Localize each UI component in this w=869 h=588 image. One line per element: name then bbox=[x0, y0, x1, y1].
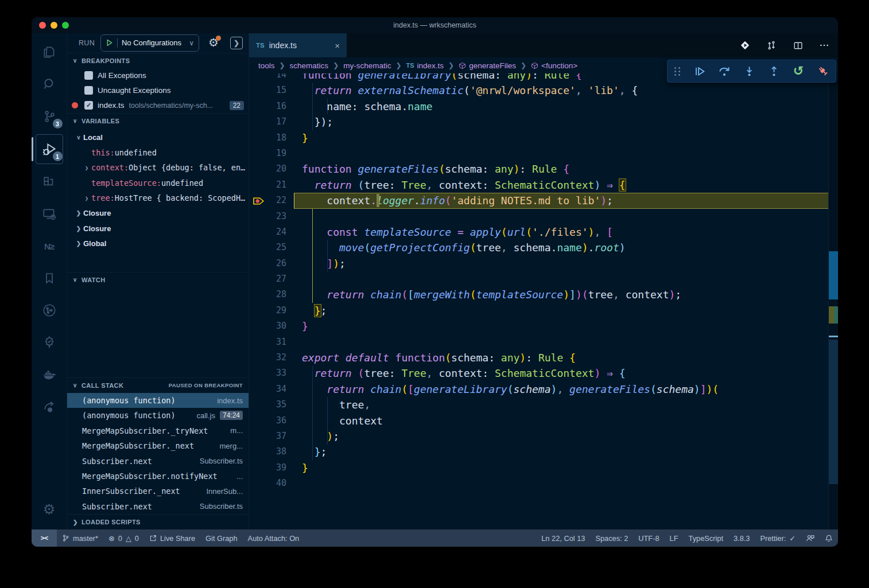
auto-attach-item[interactable]: Auto Attach: On bbox=[243, 529, 305, 547]
language-item[interactable]: TypeScript bbox=[684, 529, 728, 547]
line-number[interactable]: 38 bbox=[249, 444, 286, 460]
code-line[interactable]: 20function generateFiles(schema: any): R… bbox=[249, 161, 829, 177]
start-debug-icon[interactable] bbox=[106, 39, 113, 46]
run-config-dropdown[interactable]: No Configurations ∨ bbox=[100, 34, 199, 52]
callstack-frame[interactable]: InnerSubscriber._nextInnerSub... bbox=[67, 484, 249, 499]
line-number[interactable]: 24 bbox=[249, 224, 286, 240]
code-line[interactable]: 40 bbox=[249, 476, 829, 491]
line-number[interactable]: 25 bbox=[249, 240, 286, 255]
breadcrumb-item[interactable]: schematics bbox=[290, 61, 329, 70]
code-line[interactable]: 34 return chain([generateLibrary(schema)… bbox=[249, 381, 829, 397]
variables-header[interactable]: ∨ VARIABLES bbox=[67, 113, 249, 128]
breadcrumb-item[interactable]: TSindex.ts bbox=[406, 61, 444, 70]
todo-tree-icon[interactable] bbox=[36, 328, 63, 357]
line-number[interactable]: 27 bbox=[249, 271, 286, 287]
breakpoint-uncaught-exceptions[interactable]: Uncaught Exceptions bbox=[67, 83, 249, 98]
nx-console-icon[interactable]: N≥ bbox=[36, 232, 63, 260]
checkbox-unchecked[interactable] bbox=[84, 71, 93, 80]
live-share-item[interactable]: Live Share bbox=[144, 529, 200, 547]
callstack-frame[interactable]: Subscriber.nextSubscriber.ts bbox=[67, 453, 249, 468]
line-number[interactable]: 34 bbox=[249, 381, 286, 397]
line-number[interactable]: 19 bbox=[249, 146, 286, 161]
breakpoint-file-row[interactable]: ✓ index.ts tools/schematics/my-sch... 22 bbox=[67, 98, 249, 113]
cursor-position-item[interactable]: Ln 22, Col 13 bbox=[536, 529, 590, 547]
checkbox-checked[interactable]: ✓ bbox=[84, 101, 93, 110]
line-number[interactable]: 20 bbox=[249, 161, 286, 177]
scrollbar-slider[interactable] bbox=[829, 340, 838, 484]
code-line[interactable]: 35 tree, bbox=[249, 397, 829, 412]
tab-index-ts[interactable]: TS index.ts × bbox=[249, 33, 347, 57]
line-number[interactable]: 35 bbox=[249, 397, 286, 412]
variable-row[interactable]: this: undefined bbox=[67, 145, 249, 160]
variable-row[interactable]: templateSource: undefined bbox=[67, 175, 249, 190]
minimize-window-button[interactable] bbox=[51, 22, 57, 29]
callstack-frame[interactable]: Subscriber.nextSubscriber.ts bbox=[67, 499, 249, 514]
continue-icon[interactable] bbox=[694, 65, 705, 77]
code-line[interactable]: 25 move(getProjectConfig(tree, schema.na… bbox=[249, 240, 829, 255]
breakpoint-all-exceptions[interactable]: All Exceptions bbox=[67, 68, 249, 83]
restart-icon[interactable]: ↺ bbox=[793, 65, 804, 77]
line-number[interactable]: 16 bbox=[249, 99, 286, 114]
code-line[interactable]: 22 context.logger.info('adding NOTES.md … bbox=[249, 193, 829, 208]
debug-settings-gear[interactable]: ⚙ bbox=[208, 37, 219, 49]
zoom-window-button[interactable] bbox=[62, 22, 69, 29]
eol-item[interactable]: LF bbox=[665, 529, 684, 547]
bookmarks-icon[interactable] bbox=[36, 264, 63, 293]
checkbox-unchecked[interactable] bbox=[84, 86, 93, 95]
line-number[interactable]: 21 bbox=[249, 177, 286, 193]
code-line[interactable]: 17 }); bbox=[249, 114, 829, 130]
extensions-icon[interactable] bbox=[36, 168, 63, 196]
line-number[interactable]: 32 bbox=[249, 350, 286, 365]
split-editor-icon[interactable] bbox=[792, 39, 804, 52]
line-number[interactable]: 30 bbox=[249, 318, 286, 334]
line-number[interactable]: 23 bbox=[249, 209, 286, 224]
feedback-item[interactable] bbox=[801, 529, 820, 547]
close-tab-icon[interactable]: × bbox=[335, 41, 340, 50]
code-editor[interactable]: 14function generateLibrary(schema: any):… bbox=[249, 73, 838, 529]
prettier-item[interactable]: Prettier:✓ bbox=[755, 529, 801, 547]
scrollbar[interactable] bbox=[828, 73, 838, 529]
toolbar-drag-handle[interactable] bbox=[674, 67, 681, 76]
breakpoints-header[interactable]: ∨ BREAKPOINTS bbox=[67, 53, 249, 68]
code-line[interactable]: 28 return chain([mergeWith(templateSourc… bbox=[249, 287, 829, 302]
code-line[interactable]: 27 bbox=[249, 271, 829, 287]
variable-row[interactable]: ❯Closure bbox=[67, 221, 249, 236]
watch-header[interactable]: ∨ WATCH bbox=[67, 272, 249, 287]
breadcrumb-item[interactable]: <function> bbox=[531, 61, 577, 70]
step-out-icon[interactable] bbox=[768, 65, 779, 77]
code-line[interactable]: 38 }; bbox=[249, 444, 829, 460]
remote-indicator[interactable]: >< bbox=[32, 529, 57, 547]
line-number[interactable]: 33 bbox=[249, 365, 286, 381]
code-line[interactable]: 37 ); bbox=[249, 429, 829, 444]
git-graph-icon[interactable] bbox=[36, 296, 63, 325]
breadcrumb-item[interactable]: my-schematic bbox=[343, 61, 391, 70]
code-line[interactable]: 21 return (tree: Tree, context: Schemati… bbox=[249, 177, 829, 193]
callstack-frame[interactable]: MergeMapSubscriber._nextmerg... bbox=[67, 438, 249, 453]
variable-row[interactable]: ∨Local bbox=[67, 130, 249, 145]
callstack-frame[interactable]: MergeMapSubscriber._tryNextm... bbox=[67, 423, 249, 438]
code-line[interactable]: 30} bbox=[249, 318, 829, 334]
git-graph-item[interactable]: Git Graph bbox=[200, 529, 242, 547]
live-share-icon[interactable] bbox=[36, 392, 63, 421]
step-into-icon[interactable] bbox=[743, 65, 755, 77]
paused-breakpoint-icon[interactable] bbox=[253, 196, 265, 206]
line-number[interactable]: 14 bbox=[249, 73, 286, 83]
indentation-item[interactable]: Spaces: 2 bbox=[590, 529, 633, 547]
docker-icon[interactable] bbox=[36, 360, 63, 389]
explorer-icon[interactable] bbox=[36, 38, 63, 67]
code-line[interactable]: 31 bbox=[249, 334, 829, 350]
callstack-frame[interactable]: (anonymous function)index.ts bbox=[67, 393, 249, 408]
line-number[interactable]: 37 bbox=[249, 429, 286, 444]
run-code-icon[interactable] bbox=[739, 39, 751, 52]
line-number[interactable]: 39 bbox=[249, 460, 286, 476]
code-line[interactable]: 26 ]); bbox=[249, 256, 829, 271]
open-changes-icon[interactable] bbox=[766, 39, 777, 52]
variable-row[interactable]: ❯context: Object {debug: false, en… bbox=[67, 160, 249, 176]
close-window-button[interactable] bbox=[39, 22, 46, 29]
run-debug-icon[interactable]: 1 bbox=[36, 134, 63, 164]
line-number[interactable]: 15 bbox=[249, 83, 286, 98]
problems-item[interactable]: ⊗0 △0 bbox=[103, 529, 144, 547]
code-line[interactable]: 29 }; bbox=[249, 303, 829, 318]
code-line[interactable]: 23 bbox=[249, 209, 829, 224]
variable-row[interactable]: ❯Global bbox=[67, 236, 249, 251]
